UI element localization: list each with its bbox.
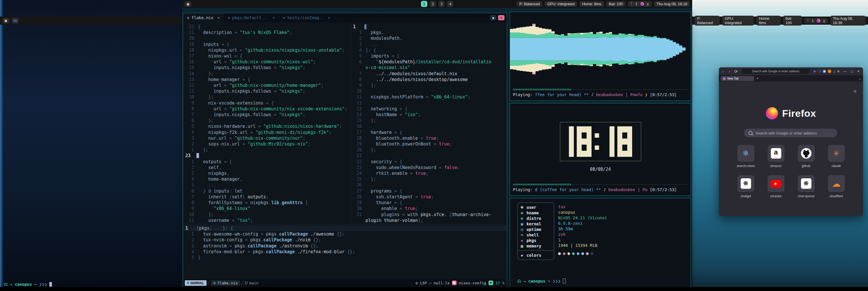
fetch-label: user — [527, 205, 536, 210]
ping-widget: Home: 6ms — [756, 16, 780, 26]
shortcut-search.nixos[interactable]: ❄search.nixos — [735, 145, 756, 168]
buffer-hosts-isoimage[interactable]: 1{1 pkgs,2 modulesPath,3 ...4}: {5 impor… — [351, 22, 507, 224]
code-line: 2 self, — [183, 165, 350, 171]
fetch-label: kernel — [527, 222, 541, 226]
tab-close-icon[interactable]: × — [272, 16, 275, 20]
back-button[interactable]: ‹ — [721, 69, 725, 74]
bluetooth-icon[interactable]: ᛒ — [812, 19, 814, 23]
phone-icon[interactable]: ▯ — [647, 2, 649, 6]
line-number: 9 — [183, 206, 198, 211]
line-number: 2 — [351, 35, 366, 41]
code-line: 23 — [183, 153, 350, 158]
media-tray-icon[interactable] — [817, 19, 820, 23]
code-line: 28 ssh.startAgent = true; — [351, 194, 507, 200]
editor-tab-flake-nix[interactable]: ❄flake.nix× — [183, 13, 224, 22]
forward-button[interactable]: › — [727, 69, 732, 74]
network-icon[interactable]: ᛉ — [807, 19, 809, 23]
shortcut-label: chat.openai — [798, 194, 814, 198]
code-line: 6 "${modulesPath}/installer/cd-dvd/insta… — [351, 59, 507, 65]
code-line: 1 outputs = { — [183, 159, 350, 165]
line-number: 10 — [351, 88, 366, 94]
editor-tabline: ❄flake.nix×❄pkgs/default...×❄hosts/isoIm… — [183, 13, 507, 22]
tab-label: hosts/isoImag.. — [287, 16, 324, 20]
code-line: 4 home-manager, — [183, 176, 350, 182]
workspace-2[interactable]: 2 — [430, 1, 436, 7]
bluetooth-icon[interactable]: ᛒ — [636, 2, 638, 6]
nix-file-icon: ❄ — [187, 16, 189, 20]
shortcut-claude[interactable]: ✳claude — [826, 145, 847, 168]
shortcut-github[interactable]: github — [796, 145, 817, 168]
code-line: 8 ../../modules/nixos/desktop/awesome — [351, 77, 507, 83]
shell-prompt[interactable]: ᗣ → canopus ~ ❯❯❯ — [518, 279, 566, 284]
scroll-percent: 17 % — [496, 281, 504, 285]
menu-icon[interactable]: ▦ — [2, 18, 9, 24]
tab-new-tab[interactable]: New Tab — [721, 76, 754, 81]
workspace-1[interactable]: 1 — [421, 1, 427, 7]
code-line: 5 imports = [ — [351, 53, 507, 59]
code-line: 21 — [351, 153, 507, 158]
shortcut-amazon[interactable]: a‿amazon — [765, 145, 787, 168]
code-line: 30 enable = true; — [351, 206, 507, 211]
tag-widget[interactable]: $W — [11, 18, 19, 24]
close-button[interactable]: ✕ — [857, 70, 860, 73]
nix-file-icon: ❄ — [213, 281, 216, 285]
menu-icon[interactable]: ▦ — [185, 1, 191, 7]
buffer-pkgs-default[interactable]: 1{pkgs, ...}: {1 tux-awesome-wm-config =… — [183, 224, 507, 280]
code-line: 9 "x86_64-linux" — [183, 206, 350, 211]
shortcut-chat.openai[interactable]: ❋chat.openai — [796, 175, 817, 198]
firefox-window: ‹ › ⟳ Search with Google or enter addres… — [719, 67, 863, 216]
line-number: 20 — [351, 147, 366, 153]
extension-icon-2[interactable]: ☽ — [818, 69, 821, 73]
fetch-label: memory — [527, 244, 541, 248]
vim-mode: NORMAL — [191, 281, 204, 285]
user-value: tux — [558, 204, 607, 210]
minimize-button[interactable]: — — [844, 70, 846, 73]
tab-close-icon[interactable]: × — [217, 16, 220, 20]
desktop: ▦ 1234 P: Balanced GPU: Integrated Home:… — [0, 0, 868, 291]
shortcut-cloudflare[interactable]: ☁cloudflare — [826, 175, 847, 198]
shortcut-youtube[interactable]: ▶youtube — [765, 175, 787, 198]
tab-close-icon[interactable]: × — [328, 16, 330, 20]
list-tabs-chevron[interactable]: ⌄ — [859, 77, 861, 80]
palette-icon: ❖ — [521, 253, 527, 258]
extension-icon-4[interactable] — [828, 70, 831, 73]
editor-tab-hosts-isoImag-[interactable]: ❄hosts/isoImag..× — [279, 13, 335, 22]
shortcut-chatgpt[interactable]: ❋chatgpt — [735, 175, 756, 198]
shell-prompt[interactable]: ᗣ → canopus ~ ❯❯❯ — [4, 282, 52, 287]
reload-button[interactable]: ⟳ — [734, 69, 738, 74]
line-number: 4 — [183, 129, 198, 135]
firefox-toolbar: ‹ › ⟳ Search with Google or enter addres… — [719, 67, 863, 75]
extension-icon-1[interactable]: ◆ — [813, 69, 816, 73]
fetch-label: colors — [527, 253, 541, 258]
line-number: 25 — [351, 176, 366, 182]
personalize-gear-icon[interactable]: ⚙ — [853, 89, 857, 93]
search-input[interactable]: Search with Google or enter address — [744, 129, 837, 137]
memory-icon: ▦ — [521, 244, 527, 248]
extension-icon-3[interactable]: ▣ — [823, 70, 826, 73]
workspace-3[interactable]: 3 — [438, 1, 445, 7]
editor-tab-pkgs-default-[interactable]: ❄pkgs/default...× — [224, 13, 279, 22]
line-number: 11 — [351, 94, 366, 100]
url-bar[interactable]: Search with Google or enter address — [742, 69, 809, 74]
maximize-button[interactable]: ▢ — [850, 70, 853, 73]
line-number: 31 — [351, 212, 366, 217]
workspace-4[interactable]: 4 — [447, 1, 454, 7]
buffer-flake-nix[interactable]: 22{21 description = "tux's NixOS Flake";… — [183, 22, 350, 224]
code-line: 10 ]; — [183, 212, 350, 217]
editor-pin-button[interactable]: ◉ — [490, 15, 496, 20]
phone-icon[interactable]: ▯ — [823, 19, 825, 23]
code-line: 19 inputs = { — [183, 41, 350, 47]
new-tab-button[interactable]: + — [756, 77, 758, 81]
media-tray-icon[interactable] — [640, 2, 644, 6]
extensions-puzzle-icon[interactable]: ⌂ — [833, 70, 835, 73]
hamburger-menu-icon[interactable]: ≡ — [837, 69, 840, 74]
line-number: 16 — [183, 59, 198, 65]
editor-close-button[interactable]: × — [498, 15, 504, 20]
line-number: 6 — [183, 118, 198, 123]
line-number: 30 — [351, 206, 366, 211]
line-number: 19 — [183, 41, 198, 47]
network-icon[interactable]: ᛉ — [630, 2, 633, 6]
code-line: 11 nixpkgs.hostPlatform = "x86_64-linux"… — [351, 94, 507, 100]
top-bar-left: ▦ $W — [0, 17, 182, 25]
code-line: 17 nixos-wsl = { — [183, 53, 350, 59]
